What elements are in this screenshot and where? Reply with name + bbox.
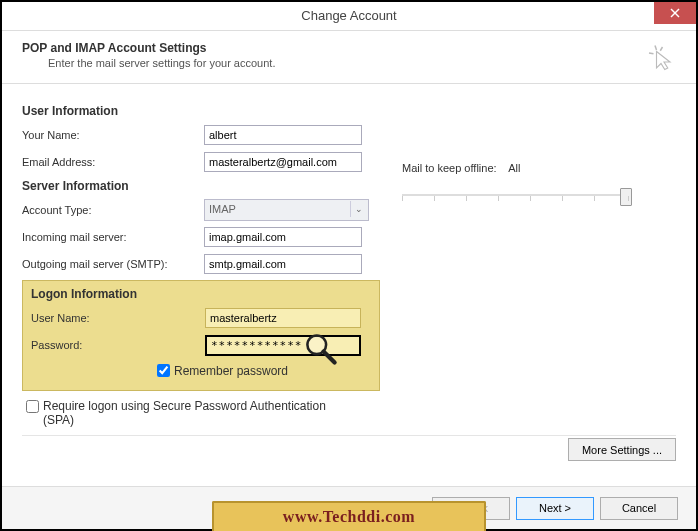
password-input[interactable]	[205, 335, 361, 356]
label-outgoing: Outgoing mail server (SMTP):	[22, 258, 204, 270]
account-type-value: IMAP	[209, 203, 236, 215]
logon-info-box: Logon Information User Name: Password: R…	[22, 280, 380, 391]
label-password: Password:	[31, 339, 205, 351]
header: POP and IMAP Account Settings Enter the …	[2, 31, 696, 84]
label-incoming: Incoming mail server:	[22, 231, 204, 243]
svg-line-4	[660, 47, 662, 51]
mail-offline-value: All	[508, 162, 520, 174]
chevron-down-icon: ⌄	[350, 201, 367, 217]
label-remember: Remember password	[174, 364, 288, 378]
label-spa: Require logon using Secure Password Auth…	[43, 399, 343, 427]
cancel-button[interactable]: Cancel	[600, 497, 678, 520]
remember-password-checkbox[interactable]	[157, 364, 170, 377]
label-username: User Name:	[31, 312, 205, 324]
label-your-name: Your Name:	[22, 129, 204, 141]
username-input[interactable]	[205, 308, 361, 328]
incoming-server-input[interactable]	[204, 227, 362, 247]
titlebar: Change Account	[2, 2, 696, 31]
more-settings-button[interactable]: More Settings ...	[568, 438, 676, 461]
svg-line-2	[655, 46, 657, 51]
section-logon-info: Logon Information	[31, 287, 371, 301]
slider-ticks	[402, 196, 632, 202]
window-title: Change Account	[301, 8, 396, 23]
svg-line-3	[649, 53, 654, 54]
form-body: User Information Your Name: Email Addres…	[2, 84, 696, 446]
click-cursor-icon	[646, 41, 676, 71]
outgoing-server-input[interactable]	[204, 254, 362, 274]
header-subtitle: Enter the mail server settings for your …	[22, 57, 676, 69]
label-mail-offline: Mail to keep offline:	[402, 162, 497, 174]
watermark: www.Techddi.com	[212, 501, 486, 531]
account-type-select: IMAP ⌄	[204, 199, 369, 221]
next-button[interactable]: Next >	[516, 497, 594, 520]
change-account-window: Change Account POP and IMAP Account Sett…	[0, 0, 698, 531]
mail-offline-group: Mail to keep offline: All	[402, 162, 632, 202]
separator	[22, 435, 676, 436]
section-user-info: User Information	[22, 104, 676, 118]
label-account-type: Account Type:	[22, 204, 204, 216]
email-input[interactable]	[204, 152, 362, 172]
label-email: Email Address:	[22, 156, 204, 168]
header-title: POP and IMAP Account Settings	[22, 41, 676, 55]
your-name-input[interactable]	[204, 125, 362, 145]
close-button[interactable]	[654, 2, 696, 24]
spa-checkbox[interactable]	[26, 400, 39, 413]
